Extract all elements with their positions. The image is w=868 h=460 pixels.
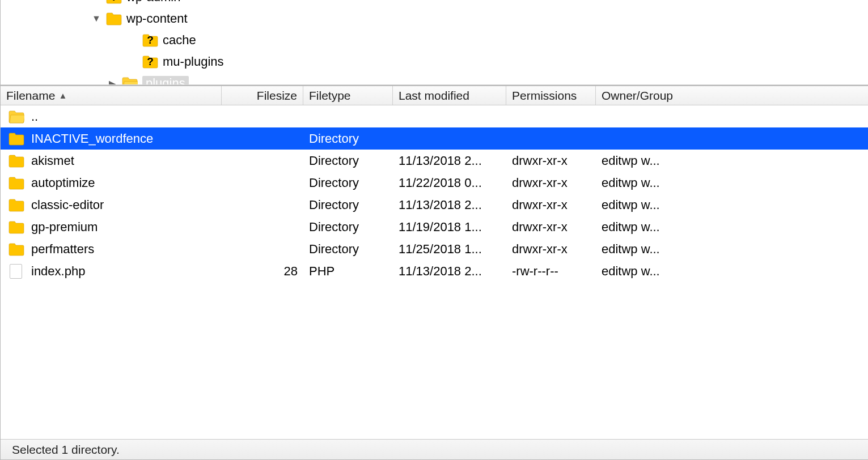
file-name: classic-editor [31, 198, 104, 212]
file-permissions: drwxr-xr-x [512, 220, 568, 235]
tree-item[interactable]: ?cache [1, 29, 868, 51]
file-type: PHP [309, 264, 335, 279]
folder-unknown-icon: ? [142, 55, 158, 69]
file-name: akismet [31, 154, 74, 168]
file-manager-window: ?wp-admin▼wp-content?cache?mu-plugins▶pl… [0, 0, 868, 460]
file-permissions: drwxr-xr-x [512, 154, 568, 168]
sort-ascending-icon: ▲ [58, 91, 67, 100]
file-name: autoptimize [31, 176, 95, 190]
file-row[interactable]: INACTIVE_wordfenceDirectory [1, 127, 868, 150]
file-permissions: drwxr-xr-x [512, 242, 568, 257]
column-filename[interactable]: Filename ▲ [1, 86, 222, 105]
file-permissions: drwxr-xr-x [512, 176, 568, 190]
file-name: index.php [31, 264, 85, 279]
folder-icon [9, 242, 24, 256]
file-row[interactable]: gp-premiumDirectory11/19/2018 1...drwxr-… [1, 216, 868, 238]
folder-icon [9, 220, 24, 234]
file-modified: 11/13/2018 2... [399, 264, 482, 279]
column-owner-label: Owner/Group [602, 89, 673, 103]
file-owner: editwp w... [602, 154, 660, 168]
folder-unknown-icon: ? [142, 33, 158, 47]
folder-icon [9, 154, 24, 168]
column-modified-label: Last modified [399, 89, 469, 103]
file-type: Directory [309, 131, 359, 146]
file-permissions: drwxr-xr-x [512, 198, 568, 212]
file-size: 28 [284, 264, 298, 279]
file-list[interactable]: ..INACTIVE_wordfenceDirectoryakismetDire… [1, 105, 868, 439]
folder-icon [9, 198, 24, 212]
file-row[interactable]: akismetDirectory11/13/2018 2...drwxr-xr-… [1, 150, 868, 172]
file-permissions: -rw-r--r-- [512, 264, 558, 279]
file-row[interactable]: classic-editorDirectory11/13/2018 2...dr… [1, 194, 868, 216]
column-filetype[interactable]: Filetype [303, 86, 393, 105]
file-modified: 11/25/2018 1... [399, 242, 482, 257]
file-row[interactable]: perfmattersDirectory11/25/2018 1...drwxr… [1, 238, 868, 260]
column-filesize[interactable]: Filesize [222, 86, 303, 105]
tree-item[interactable]: ▶plugins [1, 73, 868, 86]
file-modified: 11/19/2018 1... [399, 220, 482, 235]
file-name: INACTIVE_wordfence [31, 131, 153, 146]
tree-item-label: wp-admin [126, 0, 180, 5]
file-modified: 11/13/2018 2... [399, 198, 482, 212]
column-modified[interactable]: Last modified [393, 86, 506, 105]
folder-unknown-icon: ? [106, 0, 122, 4]
folder-open-icon [9, 110, 24, 123]
folder-icon [9, 132, 24, 146]
file-type: Directory [309, 154, 359, 168]
file-row[interactable]: autoptimizeDirectory11/22/2018 0...drwxr… [1, 172, 868, 194]
file-name: .. [31, 109, 38, 124]
chevron-down-icon[interactable]: ▼ [90, 14, 103, 24]
column-permissions-label: Permissions [512, 89, 577, 103]
tree-item-label: wp-content [126, 11, 188, 26]
file-row[interactable]: .. [1, 105, 868, 127]
file-modified: 11/22/2018 0... [399, 176, 482, 190]
file-owner: editwp w... [602, 220, 660, 235]
status-text: Selected 1 directory. [12, 443, 120, 457]
tree-item[interactable]: ▼wp-content [1, 8, 868, 29]
column-filename-label: Filename [6, 89, 55, 103]
tree-item-label: mu-plugins [163, 54, 224, 69]
file-row[interactable]: index.php28PHP11/13/2018 2...-rw-r--r--e… [1, 260, 868, 282]
folder-icon [9, 176, 24, 190]
tree-item[interactable]: ?mu-plugins [1, 51, 868, 73]
tree-item[interactable]: ?wp-admin [1, 0, 868, 8]
status-bar: Selected 1 directory. [1, 439, 868, 459]
file-owner: editwp w... [602, 264, 660, 279]
file-owner: editwp w... [602, 198, 660, 212]
file-name: gp-premium [31, 220, 98, 235]
file-type: Directory [309, 220, 359, 235]
file-owner: editwp w... [602, 176, 660, 190]
folder-icon [106, 12, 122, 25]
column-owner[interactable]: Owner/Group [596, 86, 687, 105]
folder-open-icon [122, 76, 138, 86]
tree-item-label: plugins [142, 76, 189, 86]
column-permissions[interactable]: Permissions [506, 86, 596, 105]
file-icon [9, 264, 24, 279]
chevron-right-icon[interactable]: ▶ [106, 78, 118, 87]
file-modified: 11/13/2018 2... [399, 154, 482, 168]
file-owner: editwp w... [602, 242, 660, 257]
column-headers: Filename ▲ Filesize Filetype Last modifi… [1, 86, 868, 105]
file-type: Directory [309, 198, 359, 212]
column-filetype-label: Filetype [309, 89, 351, 103]
file-type: Directory [309, 242, 359, 257]
column-filesize-label: Filesize [257, 89, 297, 103]
file-type: Directory [309, 176, 359, 190]
tree-item-label: cache [163, 33, 196, 48]
directory-tree[interactable]: ?wp-admin▼wp-content?cache?mu-plugins▶pl… [1, 0, 868, 86]
file-name: perfmatters [31, 242, 94, 257]
